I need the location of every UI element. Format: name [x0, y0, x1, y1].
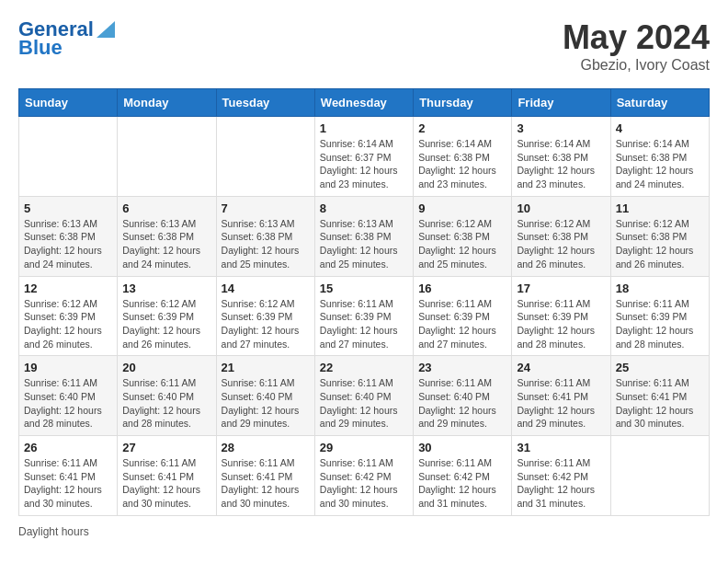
day-number: 10 — [517, 201, 605, 215]
day-number: 14 — [222, 282, 310, 295]
calendar-cell: 16Sunrise: 6:11 AM Sunset: 6:39 PM Dayli… — [414, 276, 512, 356]
day-info: Sunrise: 6:11 AM Sunset: 6:39 PM Dayligh… — [418, 297, 506, 351]
day-info: Sunrise: 6:11 AM Sunset: 6:40 PM Dayligh… — [24, 376, 112, 431]
day-info: Sunrise: 6:11 AM Sunset: 6:39 PM Dayligh… — [320, 297, 408, 351]
calendar-cell: 19Sunrise: 6:11 AM Sunset: 6:40 PM Dayli… — [19, 356, 118, 436]
day-info: Sunrise: 6:13 AM Sunset: 6:38 PM Dayligh… — [24, 217, 112, 271]
day-info: Sunrise: 6:11 AM Sunset: 6:41 PM Dayligh… — [616, 376, 704, 431]
calendar-cell: 14Sunrise: 6:12 AM Sunset: 6:39 PM Dayli… — [216, 276, 314, 356]
day-info: Sunrise: 6:12 AM Sunset: 6:38 PM Dayligh… — [418, 217, 506, 271]
calendar-cell: 30Sunrise: 6:11 AM Sunset: 6:42 PM Dayli… — [414, 436, 512, 516]
day-number: 24 — [517, 361, 605, 374]
calendar-header-cell: Monday — [118, 89, 216, 117]
header: General Blue May 2024 Gbezio, Ivory Coas… — [18, 18, 710, 74]
day-number: 26 — [24, 441, 112, 454]
logo: General Blue — [18, 18, 115, 59]
day-number: 5 — [24, 201, 112, 215]
calendar-cell — [216, 117, 314, 197]
calendar-cell: 23Sunrise: 6:11 AM Sunset: 6:40 PM Dayli… — [414, 356, 512, 436]
title-area: May 2024 Gbezio, Ivory Coast — [563, 18, 710, 74]
day-info: Sunrise: 6:14 AM Sunset: 6:38 PM Dayligh… — [616, 137, 704, 191]
day-number: 11 — [616, 201, 704, 215]
calendar-cell: 5Sunrise: 6:13 AM Sunset: 6:38 PM Daylig… — [19, 196, 118, 276]
day-number: 21 — [222, 361, 310, 374]
calendar-header-cell: Tuesday — [216, 89, 314, 117]
calendar-cell: 29Sunrise: 6:11 AM Sunset: 6:42 PM Dayli… — [314, 436, 413, 516]
day-number: 1 — [320, 121, 408, 135]
day-info: Sunrise: 6:11 AM Sunset: 6:41 PM Dayligh… — [24, 456, 112, 511]
day-number: 12 — [24, 282, 112, 295]
calendar-cell: 1Sunrise: 6:14 AM Sunset: 6:37 PM Daylig… — [314, 117, 413, 197]
day-info: Sunrise: 6:14 AM Sunset: 6:38 PM Dayligh… — [418, 137, 506, 191]
day-number: 28 — [222, 441, 310, 454]
main-title: May 2024 — [563, 18, 710, 57]
calendar-header-cell: Sunday — [19, 89, 118, 117]
day-number: 6 — [122, 201, 210, 215]
day-number: 31 — [517, 441, 605, 454]
day-number: 20 — [122, 361, 210, 374]
day-info: Sunrise: 6:11 AM Sunset: 6:40 PM Dayligh… — [418, 376, 506, 431]
calendar-header-cell: Thursday — [414, 89, 512, 117]
day-info: Sunrise: 6:11 AM Sunset: 6:39 PM Dayligh… — [517, 297, 605, 351]
calendar-cell: 7Sunrise: 6:13 AM Sunset: 6:38 PM Daylig… — [216, 196, 314, 276]
day-info: Sunrise: 6:11 AM Sunset: 6:40 PM Dayligh… — [122, 376, 210, 431]
calendar-cell: 31Sunrise: 6:11 AM Sunset: 6:42 PM Dayli… — [512, 436, 610, 516]
day-number: 9 — [418, 201, 506, 215]
day-info: Sunrise: 6:12 AM Sunset: 6:39 PM Dayligh… — [222, 297, 310, 351]
day-number: 22 — [320, 361, 408, 374]
calendar-cell: 20Sunrise: 6:11 AM Sunset: 6:40 PM Dayli… — [118, 356, 216, 436]
calendar-cell: 6Sunrise: 6:13 AM Sunset: 6:38 PM Daylig… — [118, 196, 216, 276]
subtitle: Gbezio, Ivory Coast — [563, 57, 710, 74]
calendar-header: SundayMondayTuesdayWednesdayThursdayFrid… — [19, 89, 710, 117]
day-info: Sunrise: 6:12 AM Sunset: 6:38 PM Dayligh… — [517, 217, 605, 271]
day-info: Sunrise: 6:12 AM Sunset: 6:38 PM Dayligh… — [616, 217, 704, 271]
day-info: Sunrise: 6:12 AM Sunset: 6:39 PM Dayligh… — [122, 297, 210, 351]
calendar-cell — [118, 117, 216, 197]
calendar-cell: 25Sunrise: 6:11 AM Sunset: 6:41 PM Dayli… — [610, 356, 709, 436]
logo-triangle-icon — [97, 17, 115, 38]
day-number: 16 — [418, 282, 506, 295]
calendar-cell: 3Sunrise: 6:14 AM Sunset: 6:38 PM Daylig… — [512, 117, 610, 197]
day-number: 29 — [320, 441, 408, 454]
day-info: Sunrise: 6:11 AM Sunset: 6:39 PM Dayligh… — [616, 297, 704, 351]
calendar: SundayMondayTuesdayWednesdayThursdayFrid… — [18, 88, 710, 516]
calendar-cell — [610, 436, 709, 516]
calendar-cell: 28Sunrise: 6:11 AM Sunset: 6:41 PM Dayli… — [216, 436, 314, 516]
day-number: 18 — [616, 282, 704, 295]
calendar-cell: 21Sunrise: 6:11 AM Sunset: 6:40 PM Dayli… — [216, 356, 314, 436]
calendar-cell — [19, 117, 118, 197]
day-info: Sunrise: 6:13 AM Sunset: 6:38 PM Dayligh… — [222, 217, 310, 271]
day-number: 19 — [24, 361, 112, 374]
day-number: 2 — [418, 121, 506, 135]
day-info: Sunrise: 6:13 AM Sunset: 6:38 PM Dayligh… — [122, 217, 210, 271]
day-number: 30 — [418, 441, 506, 454]
day-info: Sunrise: 6:11 AM Sunset: 6:42 PM Dayligh… — [418, 456, 506, 511]
logo-blue-text: Blue — [18, 37, 63, 59]
calendar-cell: 2Sunrise: 6:14 AM Sunset: 6:38 PM Daylig… — [414, 117, 512, 197]
calendar-cell: 4Sunrise: 6:14 AM Sunset: 6:38 PM Daylig… — [610, 117, 709, 197]
calendar-cell: 8Sunrise: 6:13 AM Sunset: 6:38 PM Daylig… — [314, 196, 413, 276]
calendar-header-cell: Friday — [512, 89, 610, 117]
day-info: Sunrise: 6:11 AM Sunset: 6:41 PM Dayligh… — [222, 456, 310, 511]
day-info: Sunrise: 6:12 AM Sunset: 6:39 PM Dayligh… — [24, 297, 112, 351]
day-number: 13 — [122, 282, 210, 295]
footer-label: Daylight hours — [18, 525, 89, 538]
calendar-cell: 11Sunrise: 6:12 AM Sunset: 6:38 PM Dayli… — [610, 196, 709, 276]
calendar-cell: 12Sunrise: 6:12 AM Sunset: 6:39 PM Dayli… — [19, 276, 118, 356]
day-info: Sunrise: 6:14 AM Sunset: 6:37 PM Dayligh… — [320, 137, 408, 191]
day-number: 15 — [320, 282, 408, 295]
calendar-cell: 24Sunrise: 6:11 AM Sunset: 6:41 PM Dayli… — [512, 356, 610, 436]
calendar-header-cell: Saturday — [610, 89, 709, 117]
day-info: Sunrise: 6:11 AM Sunset: 6:40 PM Dayligh… — [320, 376, 408, 431]
calendar-header-cell: Wednesday — [314, 89, 413, 117]
day-info: Sunrise: 6:13 AM Sunset: 6:38 PM Dayligh… — [320, 217, 408, 271]
calendar-cell: 9Sunrise: 6:12 AM Sunset: 6:38 PM Daylig… — [414, 196, 512, 276]
footer: Daylight hours — [18, 525, 710, 538]
day-number: 25 — [616, 361, 704, 374]
day-info: Sunrise: 6:11 AM Sunset: 6:41 PM Dayligh… — [122, 456, 210, 511]
calendar-cell: 18Sunrise: 6:11 AM Sunset: 6:39 PM Dayli… — [610, 276, 709, 356]
calendar-cell: 10Sunrise: 6:12 AM Sunset: 6:38 PM Dayli… — [512, 196, 610, 276]
day-number: 3 — [517, 121, 605, 135]
svg-marker-0 — [97, 21, 115, 38]
day-number: 23 — [418, 361, 506, 374]
